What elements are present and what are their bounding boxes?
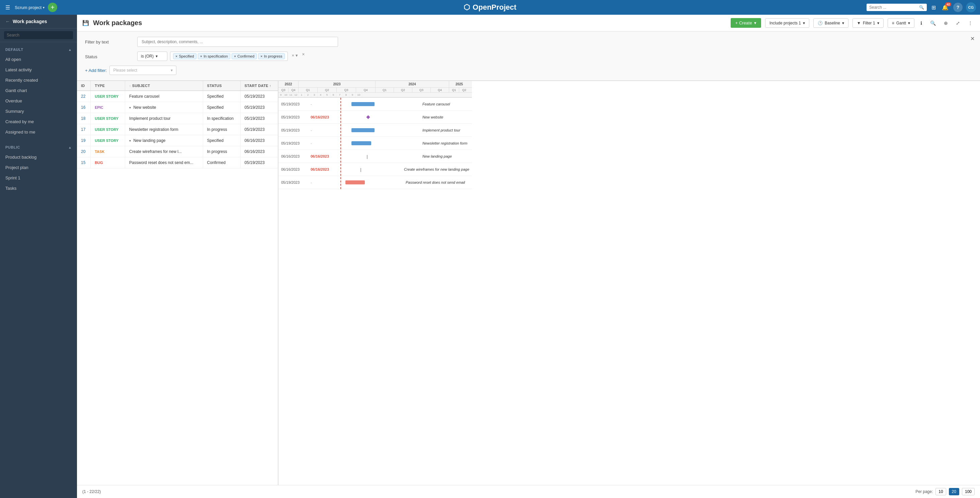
col-id[interactable]: ID xyxy=(77,81,91,91)
tag-in-specification-remove-icon[interactable]: × xyxy=(200,54,202,58)
hamburger-menu-icon[interactable]: ☰ xyxy=(4,3,11,12)
filter-button[interactable]: ▼ Filter 1 ▾ xyxy=(853,18,884,28)
gantt-start-date-18: 05/19/2023 xyxy=(281,128,308,132)
per-page-10-button[interactable]: 10 xyxy=(935,488,946,495)
sidebar-section-public-chevron[interactable]: ▲ xyxy=(68,146,72,149)
sidebar-item-overdue[interactable]: Overdue xyxy=(0,96,77,106)
status-operator-dropdown[interactable]: is (OR) ▾ xyxy=(137,51,167,61)
sidebar-item-assigned-to-me[interactable]: Assigned to me xyxy=(0,127,77,137)
sidebar-item-tasks[interactable]: Tasks xyxy=(0,183,77,193)
table-body: 22 USER STORY Feature carousel Specified… xyxy=(77,91,278,168)
cell-status: Specified xyxy=(203,135,240,146)
col-type[interactable]: TYPE xyxy=(91,81,125,91)
sidebar-section-default-chevron[interactable]: ▲ xyxy=(68,48,72,51)
col-status[interactable]: STATUS xyxy=(203,81,240,91)
work-packages-header: 💾 Work packages + Create ▾ Include proje… xyxy=(77,15,980,32)
sidebar-item-gantt-chart[interactable]: Gantt chart xyxy=(0,85,77,96)
global-search-input[interactable] xyxy=(869,5,917,10)
sidebar-item-latest-activity-label: Latest activity xyxy=(5,67,32,72)
id-link-18[interactable]: 18 xyxy=(81,116,85,121)
tag-confirmed-remove-icon[interactable]: × xyxy=(234,54,236,58)
sidebar-item-project-plan[interactable]: Project plan xyxy=(0,162,77,173)
sidebar-item-product-backlog[interactable]: Product backlog xyxy=(0,152,77,162)
add-filter-chevron-icon: ▾ xyxy=(171,68,173,73)
zoom-out-button[interactable]: 🔍 xyxy=(928,18,938,28)
sidebar: ← Work packages DEFAULT ▲ All open Lates… xyxy=(0,15,77,498)
status-clear-x-icon: × xyxy=(292,53,294,58)
cell-subject: ▾ New website xyxy=(125,102,203,113)
gantt-label-22: Feature carousel xyxy=(422,102,469,106)
status-clear-button[interactable]: × ▾ xyxy=(291,51,299,59)
sidebar-item-gantt-chart-label: Gantt chart xyxy=(5,88,27,93)
fullscreen-button[interactable]: ⤢ xyxy=(954,18,962,28)
add-filter-dropdown[interactable]: Please select ▾ xyxy=(110,65,177,75)
sidebar-back-icon[interactable]: ← xyxy=(5,19,10,24)
gantt-row-17: 05/19/2023 - Newsletter registration for… xyxy=(278,137,472,150)
add-project-button[interactable]: + xyxy=(48,3,57,12)
notification-bell-icon[interactable]: 🔔 42 xyxy=(940,3,950,12)
tag-specified-remove-icon[interactable]: × xyxy=(175,54,177,58)
filter-by-text-input[interactable] xyxy=(137,37,338,47)
sidebar-item-latest-activity[interactable]: Latest activity xyxy=(0,65,77,75)
status-filter-controls: is (OR) ▾ × Specified × In specification xyxy=(137,51,305,61)
type-badge-user-story: USER STORY xyxy=(95,138,118,143)
gantt-month-2: 2 xyxy=(305,93,311,97)
tag-in-progress-remove-icon[interactable]: × xyxy=(260,54,262,58)
per-page-20-button[interactable]: 20 xyxy=(949,488,959,495)
cell-type: BUG xyxy=(91,157,125,168)
info-button[interactable]: ℹ xyxy=(918,18,924,28)
add-filter-label[interactable]: + Add filter: xyxy=(85,68,107,73)
id-link-20[interactable]: 20 xyxy=(81,149,85,154)
filter-label: Filter 1 xyxy=(863,21,875,25)
sidebar-item-created-by-me[interactable]: Created by me xyxy=(0,116,77,127)
sidebar-item-tasks-label: Tasks xyxy=(5,186,16,191)
top-navigation: ☰ Scrum project ▾ + ⬡ OpenProject 🔍 ⊞ 🔔 … xyxy=(0,0,980,15)
filter-close-button[interactable]: ✕ xyxy=(970,35,975,42)
id-link-17[interactable]: 17 xyxy=(81,127,85,132)
expand-icon[interactable]: ▾ xyxy=(129,106,131,110)
gantt-bar-area-18 xyxy=(315,127,420,133)
gantt-q2-2024: Q2 xyxy=(394,88,412,92)
id-link-19[interactable]: 19 xyxy=(81,138,85,143)
create-button-label: + Create xyxy=(735,21,752,25)
create-button[interactable]: + Create ▾ xyxy=(731,18,761,28)
help-button[interactable]: ? xyxy=(953,3,963,12)
sidebar-item-sprint-1[interactable]: Sprint 1 xyxy=(0,173,77,183)
cell-type: EPIC xyxy=(91,102,125,113)
sidebar-item-all-open[interactable]: All open xyxy=(0,54,77,65)
status-remove-icon[interactable]: × xyxy=(302,51,305,57)
id-link-16[interactable]: 16 xyxy=(81,105,85,110)
table-gantt-inner: ID TYPE ↕ SUBJECT STATUS START DATE ↑ xyxy=(77,81,980,485)
include-projects-button[interactable]: Include projects 1 ▾ xyxy=(765,18,809,28)
zoom-in-button[interactable]: ⊕ xyxy=(942,18,950,28)
gantt-end-date-20: 06/16/2023 xyxy=(310,167,336,171)
type-badge-bug: BUG xyxy=(95,161,103,165)
tag-specified-label: Specified xyxy=(179,54,194,58)
sidebar-item-summary[interactable]: Summary xyxy=(0,106,77,116)
grid-menu-icon[interactable]: ⊞ xyxy=(930,3,937,12)
expand-icon[interactable]: ▾ xyxy=(129,139,131,143)
per-page-controls: Per page: 10 20 100 xyxy=(915,488,975,495)
sidebar-search-input[interactable] xyxy=(4,31,73,39)
sidebar-item-recently-created[interactable]: Recently created xyxy=(0,75,77,85)
project-selector[interactable]: Scrum project ▾ xyxy=(15,5,45,10)
gantt-q4-2023: Q4 xyxy=(356,88,375,92)
global-search-box[interactable]: 🔍 xyxy=(867,4,927,11)
avatar[interactable]: CG xyxy=(966,2,976,13)
gantt-month-1: 1 xyxy=(299,93,305,97)
baseline-button[interactable]: 🕐 Baseline ▾ xyxy=(813,18,848,28)
id-link-15[interactable]: 15 xyxy=(81,160,85,165)
search-icon: 🔍 xyxy=(919,5,924,10)
col-start-date[interactable]: START DATE ↑ xyxy=(240,81,278,91)
gantt-month-3: 3 xyxy=(311,93,318,97)
gantt-q2-2025: Q2 xyxy=(459,88,469,92)
gantt-button[interactable]: ≡ Gantt ▾ xyxy=(888,18,915,28)
sidebar-section-default-header: DEFAULT ▲ xyxy=(0,45,77,54)
gantt-dash-18: - xyxy=(310,128,312,132)
more-menu-button[interactable]: ⋮ xyxy=(966,18,975,28)
per-page-100-button[interactable]: 100 xyxy=(962,488,975,495)
sidebar-item-product-backlog-label: Product backlog xyxy=(5,154,37,160)
gantt-icon: ≡ xyxy=(892,21,894,25)
id-link-22[interactable]: 22 xyxy=(81,94,85,99)
col-subject[interactable]: ↕ SUBJECT xyxy=(125,81,203,91)
